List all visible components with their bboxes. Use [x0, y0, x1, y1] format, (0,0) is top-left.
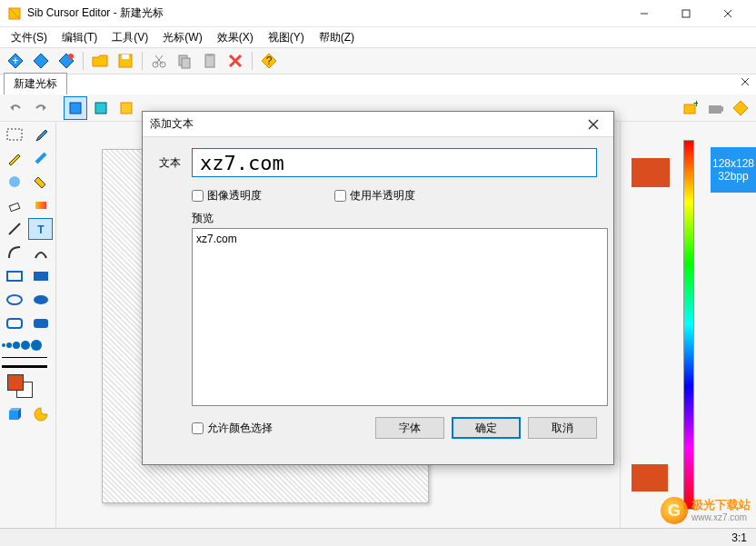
- pencil-tool[interactable]: [2, 147, 26, 169]
- preview-text: xz7.com: [196, 233, 237, 245]
- line-tool[interactable]: [2, 218, 26, 240]
- layer2-button[interactable]: [89, 96, 113, 120]
- palette-tool[interactable]: [28, 403, 53, 425]
- svg-rect-17: [182, 58, 190, 68]
- format-badge[interactable]: 128x128 32bpp: [711, 147, 756, 193]
- ok-button[interactable]: 确定: [452, 417, 521, 439]
- svg-rect-29: [95, 103, 106, 114]
- window-titlebar: Sib Cursor Editor - 新建光标: [0, 0, 756, 27]
- foreground-color[interactable]: [7, 374, 24, 391]
- ellipse-outline-tool[interactable]: [2, 289, 26, 311]
- dialog-title: 添加文本: [150, 116, 581, 132]
- document-tabbar: 新建光标: [0, 74, 756, 94]
- minimize-button[interactable]: [623, 0, 665, 27]
- checkbox-transparency-input[interactable]: [192, 190, 204, 202]
- preview-thumb-2: [632, 464, 668, 491]
- checkbox-semi-input[interactable]: [334, 190, 346, 202]
- menu-cursor[interactable]: 光标(W): [155, 28, 209, 47]
- curve-tool[interactable]: [2, 242, 26, 263]
- new-cursor-button[interactable]: [29, 49, 53, 73]
- checkbox-transparency[interactable]: 图像透明度: [192, 188, 262, 204]
- svg-rect-33: [709, 105, 721, 114]
- paste-button[interactable]: [198, 49, 222, 73]
- main-toolbar: + ?: [0, 47, 756, 74]
- text-input[interactable]: [192, 148, 597, 177]
- eyedropper-tool[interactable]: [28, 124, 53, 145]
- menu-effects[interactable]: 效果(X): [210, 28, 261, 47]
- rect-fill-tool[interactable]: [28, 265, 53, 287]
- svg-rect-30: [121, 103, 132, 114]
- svg-rect-48: [9, 411, 18, 420]
- undo-button[interactable]: [4, 96, 27, 120]
- dialog-close-button[interactable]: [581, 114, 606, 134]
- new-button[interactable]: +: [4, 49, 27, 73]
- cancel-button[interactable]: 取消: [528, 417, 597, 439]
- menu-view[interactable]: 视图(Y): [261, 28, 312, 47]
- svg-text:+: +: [693, 100, 698, 110]
- fill-tool[interactable]: [28, 171, 53, 193]
- svg-rect-46: [7, 319, 22, 328]
- color-fg-bg[interactable]: [2, 374, 54, 398]
- roundrect-fill-tool[interactable]: [28, 313, 53, 334]
- text-field-label: 文本: [159, 155, 192, 171]
- camera-button[interactable]: [703, 96, 727, 120]
- menu-tools[interactable]: 工具(V): [104, 28, 155, 47]
- svg-point-45: [34, 295, 48, 304]
- svg-line-40: [9, 223, 20, 234]
- app-icon: [7, 6, 22, 21]
- format-depth: 32bpp: [718, 170, 748, 183]
- color-strip[interactable]: [683, 140, 694, 510]
- ellipse-fill-tool[interactable]: [28, 289, 53, 311]
- menu-edit[interactable]: 编辑(T): [55, 28, 104, 47]
- dialog-titlebar[interactable]: 添加文本: [143, 112, 613, 137]
- eraser-tool[interactable]: [2, 194, 26, 216]
- airbrush-tool[interactable]: [2, 171, 26, 193]
- menu-help[interactable]: 帮助(Z): [312, 28, 362, 47]
- roundrect-outline-tool[interactable]: [2, 313, 26, 334]
- brush-tool[interactable]: [28, 147, 53, 169]
- tab-close-icon[interactable]: [740, 76, 751, 90]
- svg-text:T: T: [37, 223, 45, 236]
- checkbox-allow-color-input[interactable]: [192, 422, 204, 434]
- layer1-button[interactable]: [64, 96, 87, 120]
- help2-button[interactable]: [729, 96, 752, 120]
- copy-button[interactable]: [173, 49, 196, 73]
- svg-rect-28: [70, 103, 81, 114]
- close-button[interactable]: [707, 0, 749, 27]
- open-button[interactable]: [88, 49, 112, 73]
- cube-tool[interactable]: [2, 403, 26, 425]
- redo-button[interactable]: [29, 96, 53, 120]
- layer3-button[interactable]: [114, 96, 138, 120]
- rect-outline-tool[interactable]: [2, 265, 26, 287]
- menu-bar: 文件(S) 编辑(T) 工具(V) 光标(W) 效果(X) 视图(Y) 帮助(Z…: [0, 27, 756, 47]
- window-title: Sib Cursor Editor - 新建光标: [27, 5, 623, 21]
- maximize-button[interactable]: [665, 0, 707, 27]
- save-button[interactable]: [114, 49, 137, 73]
- checkbox-semi-label: 使用半透明度: [350, 188, 415, 204]
- arc-tool[interactable]: [28, 242, 53, 263]
- marquee-tool[interactable]: [2, 124, 26, 145]
- svg-point-9: [68, 54, 74, 59]
- tab-active[interactable]: 新建光标: [4, 73, 67, 94]
- help-button[interactable]: ?: [257, 49, 281, 73]
- size-selector[interactable]: [2, 340, 54, 351]
- svg-rect-47: [34, 319, 48, 328]
- checkbox-semi[interactable]: 使用半透明度: [334, 188, 415, 204]
- line-width-selector-2[interactable]: [2, 363, 54, 369]
- svg-rect-11: [122, 55, 129, 59]
- new-lib-button[interactable]: [55, 49, 78, 73]
- gradient-tool[interactable]: [28, 194, 53, 216]
- svg-rect-2: [682, 10, 690, 17]
- cut-button[interactable]: [147, 49, 171, 73]
- svg-rect-43: [34, 272, 48, 281]
- delete-button[interactable]: [224, 49, 247, 73]
- checkbox-allow-color[interactable]: 允许颜色选择: [192, 421, 273, 436]
- line-width-selector[interactable]: [2, 354, 54, 360]
- menu-file[interactable]: 文件(S): [4, 28, 55, 47]
- import-button[interactable]: +: [678, 96, 701, 120]
- font-button[interactable]: 字体: [375, 417, 444, 439]
- svg-rect-39: [35, 202, 46, 209]
- text-tool[interactable]: T: [28, 218, 53, 240]
- preview-thumb: [632, 158, 670, 187]
- svg-marker-35: [733, 101, 748, 115]
